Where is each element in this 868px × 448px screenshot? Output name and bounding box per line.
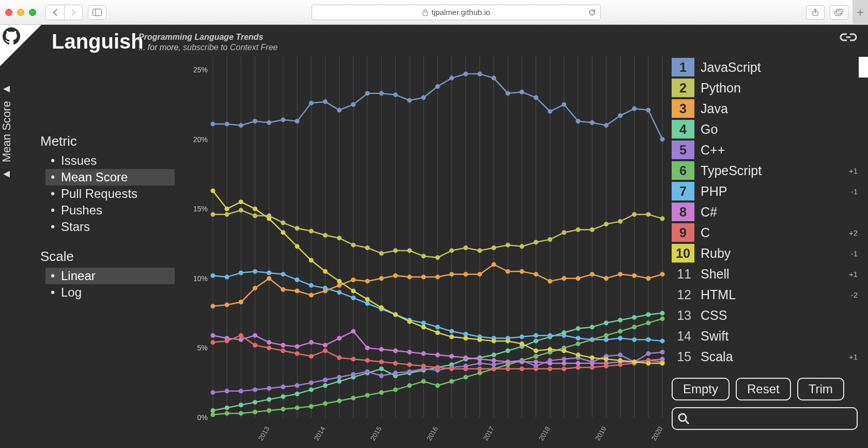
legend-row[interactable]: 3Java — [672, 98, 858, 119]
legend-row[interactable]: 5C++ — [672, 140, 858, 160]
empty-button[interactable]: Empty — [672, 378, 730, 400]
svg-point-103 — [646, 212, 650, 217]
svg-point-207 — [253, 410, 257, 414]
svg-point-143 — [281, 394, 285, 399]
rank-badge: 11 — [672, 265, 694, 283]
reset-button[interactable]: Reset — [736, 378, 791, 400]
svg-point-313 — [351, 357, 355, 361]
legend-row[interactable]: 6TypeScript+1 — [672, 160, 858, 181]
svg-point-74 — [239, 208, 243, 212]
scale-option[interactable]: Log — [45, 284, 175, 301]
svg-point-210 — [295, 406, 300, 410]
svg-point-235 — [646, 320, 650, 325]
svg-point-144 — [295, 392, 300, 396]
svg-point-59 — [491, 76, 496, 81]
legend-row[interactable]: 11Shell+1 — [672, 264, 858, 284]
svg-point-276 — [295, 344, 300, 349]
svg-point-166 — [604, 320, 609, 325]
legend-row[interactable]: 15Scala+1 — [672, 346, 858, 367]
rank-delta: -1 — [842, 187, 858, 196]
svg-point-284 — [407, 350, 412, 354]
svg-point-159 — [505, 348, 510, 353]
reload-button[interactable] — [588, 8, 596, 17]
svg-point-178 — [309, 380, 314, 385]
scale-option[interactable]: Linear — [45, 268, 175, 284]
x-tick-label: 2019 — [594, 425, 608, 442]
svg-point-287 — [450, 354, 454, 359]
address-bar[interactable]: tjpalmer.github.io — [312, 5, 601, 20]
x-axis-ticks: 20132014201520162017201820192020 — [213, 420, 662, 436]
metric-option[interactable]: Mean Score — [45, 169, 175, 186]
svg-point-94 — [520, 244, 524, 249]
svg-point-306 — [253, 343, 257, 348]
metric-option[interactable]: Pull Requests — [45, 186, 175, 202]
svg-point-243 — [295, 277, 300, 282]
svg-point-357 — [505, 338, 510, 343]
svg-point-70 — [646, 108, 650, 113]
legend-row[interactable]: 8C# — [672, 202, 858, 222]
svg-point-90 — [463, 245, 468, 250]
x-tick-label: 2013 — [257, 425, 271, 442]
trim-button[interactable]: Trim — [797, 378, 844, 400]
metric-option[interactable]: Pushes — [45, 202, 175, 219]
search-wrap[interactable] — [672, 407, 858, 430]
window-minimize-button[interactable] — [17, 9, 24, 16]
legend-row[interactable]: 14Swift — [672, 326, 858, 346]
subscribe-link[interactable]: subscribe to Context Free — [183, 43, 277, 52]
svg-point-43 — [267, 120, 271, 125]
legend-language-name: Shell — [701, 267, 842, 282]
svg-point-202 — [646, 351, 650, 356]
svg-point-327 — [548, 366, 552, 371]
show-sidebar-button[interactable] — [88, 5, 106, 20]
permalink-button[interactable] — [839, 32, 858, 42]
legend-row[interactable]: 4Go — [672, 119, 858, 140]
svg-point-262 — [562, 333, 566, 338]
svg-point-142 — [267, 397, 271, 402]
show-tabs-button[interactable] — [830, 5, 848, 20]
svg-point-296 — [576, 361, 580, 366]
search-input[interactable] — [693, 413, 851, 425]
side-controls: Metric IssuesMean ScorePull RequestsPush… — [40, 133, 175, 314]
svg-point-369 — [679, 414, 686, 421]
window-close-button[interactable] — [5, 9, 12, 16]
svg-point-305 — [239, 333, 243, 338]
svg-point-174 — [253, 388, 257, 392]
github-icon[interactable] — [3, 27, 20, 45]
svg-point-358 — [520, 342, 524, 346]
legend-language-name: Scala — [701, 349, 842, 364]
forward-button[interactable] — [64, 5, 82, 20]
metric-option[interactable]: Stars — [45, 219, 175, 235]
svg-point-55 — [436, 84, 440, 89]
legend-row[interactable]: 13CSS — [672, 305, 858, 326]
legend-row[interactable]: 10Ruby-1 — [672, 243, 858, 264]
svg-point-191 — [491, 362, 496, 367]
svg-point-353 — [450, 334, 454, 339]
legend-row[interactable]: 9C+2 — [672, 222, 858, 243]
legend-language-name: JavaScript — [701, 60, 842, 75]
legend-row[interactable]: 12HTML-2 — [672, 284, 858, 305]
svg-point-47 — [323, 99, 328, 104]
y-tick-label: 5% — [197, 344, 208, 352]
svg-point-92 — [491, 245, 496, 250]
share-button[interactable] — [806, 5, 825, 20]
svg-point-280 — [351, 329, 355, 334]
svg-point-221 — [450, 379, 454, 384]
back-button[interactable] — [46, 5, 64, 20]
search-icon — [678, 413, 689, 424]
new-tab-button[interactable] — [853, 0, 868, 25]
svg-point-274 — [267, 340, 271, 345]
svg-point-269 — [660, 338, 665, 343]
metric-option[interactable]: Issues — [45, 152, 175, 169]
svg-point-220 — [436, 383, 440, 388]
svg-point-352 — [436, 330, 440, 335]
window-zoom-button[interactable] — [29, 9, 36, 16]
legend-row[interactable]: 1JavaScript — [672, 57, 858, 78]
legend-row[interactable]: 7PHP-1 — [672, 181, 858, 202]
svg-point-290 — [491, 358, 496, 363]
legend-scrollbar[interactable] — [859, 57, 868, 78]
svg-point-52 — [393, 92, 398, 97]
svg-point-348 — [379, 305, 384, 310]
svg-point-219 — [421, 379, 426, 384]
legend-row[interactable]: 2Python — [672, 78, 858, 98]
svg-point-360 — [548, 347, 552, 352]
